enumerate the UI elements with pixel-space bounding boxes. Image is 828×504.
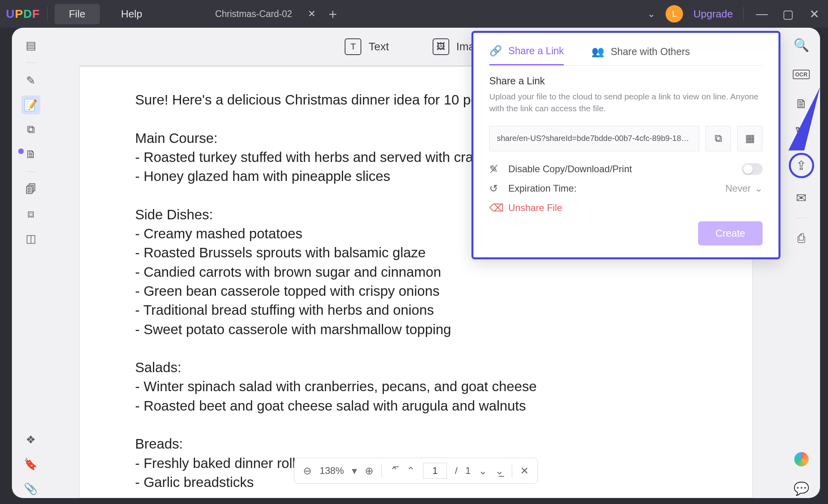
app-logo: UPDF: [6, 7, 40, 21]
share-heading: Share a Link: [489, 75, 763, 87]
upgrade-link[interactable]: Upgrade: [693, 8, 733, 20]
expiration-label: Expiration Time:: [508, 183, 576, 194]
first-page-icon[interactable]: ⌃̅: [390, 465, 399, 477]
total-pages: 1: [466, 465, 471, 476]
people-icon: 👥: [591, 46, 604, 58]
share-link-tab[interactable]: 🔗 Share a Link: [489, 40, 564, 65]
create-button[interactable]: Create: [698, 221, 763, 245]
document-text: - Green bean casserole topped with crisp…: [135, 281, 697, 300]
page-tool-icon[interactable]: 🗐: [21, 180, 40, 199]
page-nav-toolbar: ⊖ 138% ▾ ⊕ ⌃̅ ⌃ / 1 ⌄ ⌄̲ ✕: [294, 458, 538, 484]
share-icon[interactable]: ⇪: [789, 153, 814, 178]
organize-tool-icon[interactable]: 🗎: [21, 145, 40, 164]
minimize-icon[interactable]: —: [754, 7, 770, 21]
reader-tool-icon[interactable]: ▤: [21, 36, 40, 55]
last-page-icon[interactable]: ⌄̲: [495, 465, 504, 477]
close-tab-icon[interactable]: ✕: [308, 8, 316, 19]
help-menu[interactable]: Help: [107, 4, 156, 24]
new-tab-button[interactable]: ＋: [326, 5, 340, 23]
maximize-icon[interactable]: ▢: [780, 7, 796, 21]
layers-icon[interactable]: ❖: [21, 430, 40, 449]
image-icon: 🖼: [433, 38, 449, 55]
qr-code-button[interactable]: ▦: [737, 126, 763, 151]
document-text: - Winter spinach salad with cranberries,…: [135, 377, 697, 396]
page-slash: /: [455, 465, 458, 476]
chevron-down-icon[interactable]: ⌄: [647, 8, 655, 19]
share-subtitle: Upload your file to the cloud to send pe…: [489, 91, 763, 115]
document-text: Salads:: [135, 358, 697, 377]
expiration-value: Never: [725, 183, 751, 194]
active-dot-icon: [18, 148, 24, 154]
ocr-icon[interactable]: OCR: [792, 65, 811, 84]
history-icon: ↺: [489, 183, 501, 195]
share-popover: 🔗 Share a Link 👥 Share with Others Share…: [471, 31, 780, 259]
compress-icon[interactable]: 🗜: [792, 124, 811, 143]
divider: [743, 7, 744, 21]
email-icon[interactable]: ✉: [792, 188, 811, 207]
share-others-tab-label: Share with Others: [611, 46, 690, 57]
form-tool-icon[interactable]: ⧉: [21, 120, 40, 139]
text-mode-button[interactable]: T Text: [345, 38, 389, 55]
edit-tool-icon[interactable]: 📝: [21, 95, 40, 114]
tab-title: Christmas-Card-02: [215, 9, 292, 19]
copy-link-button[interactable]: ⧉: [706, 126, 731, 151]
chevron-down-icon: ⌄: [755, 183, 763, 194]
document-text: Breads:: [135, 434, 697, 453]
bookmark-icon[interactable]: 🔖: [21, 455, 40, 474]
disable-icon: ✎̸: [489, 163, 501, 175]
unshare-icon: ⌫: [489, 202, 501, 214]
avatar[interactable]: L: [666, 5, 683, 23]
document-text: - Traditional bread stuffing with herbs …: [135, 300, 697, 320]
ai-assistant-icon[interactable]: [792, 450, 811, 469]
zoom-in-icon[interactable]: ⊕: [365, 465, 374, 477]
document-tab[interactable]: Christmas-Card-02 ✕: [215, 8, 316, 19]
text-mode-label: Text: [368, 40, 389, 53]
expiration-dropdown[interactable]: Never ⌄: [725, 183, 763, 194]
next-page-icon[interactable]: ⌄: [479, 465, 487, 477]
zoom-value: 138%: [320, 465, 344, 476]
share-others-tab[interactable]: 👥 Share with Others: [591, 40, 690, 65]
print-icon[interactable]: ⎙: [792, 228, 811, 247]
page-number-input[interactable]: [423, 463, 447, 479]
file-menu[interactable]: File: [55, 4, 100, 24]
divider: [47, 7, 48, 21]
zoom-out-icon[interactable]: ⊖: [303, 465, 312, 477]
attachment-icon[interactable]: 📎: [21, 479, 40, 498]
highlight-tool-icon[interactable]: ✎: [21, 71, 40, 90]
disable-copy-toggle[interactable]: [742, 163, 763, 175]
share-link-tab-label: Share a Link: [508, 45, 564, 57]
nav-close-icon[interactable]: ✕: [520, 465, 529, 477]
disable-copy-label: Disable Copy/Download/Print: [508, 164, 632, 175]
document-text: - Candied carrots with brown sugar and c…: [135, 262, 697, 281]
convert-icon[interactable]: 🗎: [792, 94, 811, 113]
stamp-tool-icon[interactable]: ◫: [21, 229, 40, 248]
search-icon[interactable]: 🔍: [792, 36, 811, 55]
unshare-button[interactable]: ⌫ Unshare File: [489, 202, 763, 214]
copy-icon: ⧉: [715, 132, 722, 145]
zoom-dropdown-icon[interactable]: ▾: [352, 465, 357, 477]
prev-page-icon[interactable]: ⌃: [406, 465, 415, 477]
crop-tool-icon[interactable]: ⧈: [21, 204, 40, 223]
share-url-input[interactable]: [489, 126, 699, 151]
link-icon: 🔗: [489, 45, 502, 57]
text-icon: T: [345, 38, 361, 55]
unshare-label: Unshare File: [508, 202, 562, 213]
comments-icon[interactable]: 💬: [792, 479, 811, 498]
close-icon[interactable]: ✕: [806, 7, 822, 21]
document-text: - Sweet potato casserole with marshmallo…: [135, 320, 697, 339]
document-text: - Roasted beet and goat cheese salad wit…: [135, 396, 697, 415]
qr-icon: ▦: [745, 132, 755, 145]
